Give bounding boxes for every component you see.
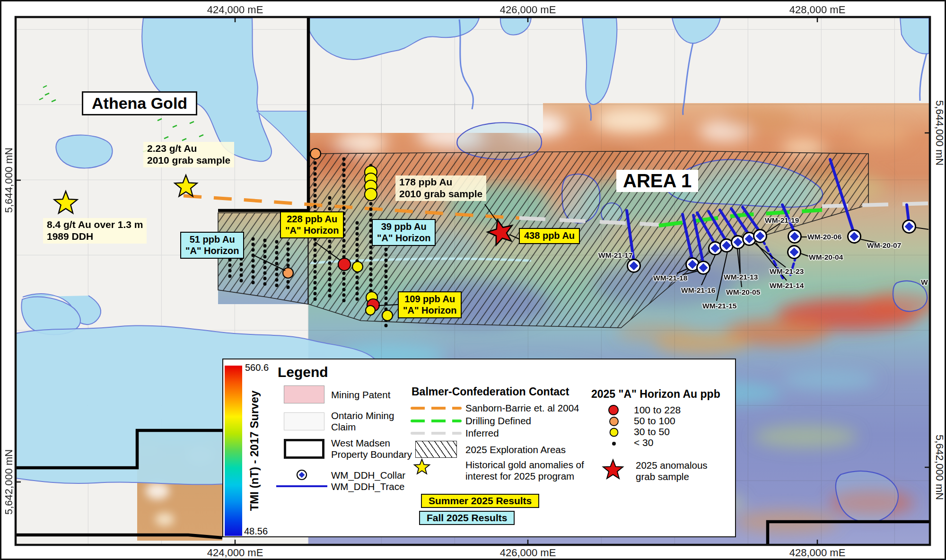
horizon-row-100-228: 100 to 228 <box>634 404 681 416</box>
horizon-dot-yellow <box>608 427 620 438</box>
northing-left-5642000: 5,642,000 mN <box>3 449 15 515</box>
tmi-min: 48.56 <box>244 526 268 537</box>
callout-grab-2010-178: 178 ppb Au2010 grab sample <box>395 175 486 201</box>
tmi-colorbar <box>225 366 242 536</box>
trace-symbol <box>276 485 327 487</box>
drillhole-label-wm-20-07: WM-20-07 <box>867 241 901 250</box>
exploration-area-label: 2025 Exploration Areas <box>465 444 566 455</box>
drilling-label: Drilling Defined <box>465 415 531 427</box>
legend-panel: 560.6 48.56 TMI (nT) - 2017 Survey Legen… <box>222 359 736 537</box>
mining-patent-label: Mining Patent <box>331 389 390 401</box>
drillhole-label-wm-20-06: WM-20-06 <box>807 233 841 241</box>
northing-right-5642000: 5,642,000 mN <box>933 435 946 500</box>
property-boundary-swatch <box>284 439 324 459</box>
northing-right-5644000: 5,644,000 mN <box>933 100 946 166</box>
anomalous-star-label: 2025 anomalousgrab sample <box>636 460 708 482</box>
horizon-header: 2025 "A" Horizon Au ppb <box>591 388 720 401</box>
inferred-label: Inferred <box>465 428 499 439</box>
property-boundary-label: West MadsenProperty Boundary <box>331 438 412 460</box>
ontario-claim-label: Ontario MiningClaim <box>331 410 394 432</box>
drillhole-label-wm-21-14: WM-21-14 <box>770 281 804 290</box>
callout-51ppb: 51 ppb Au"A" Horizon <box>180 232 244 259</box>
drillhole-label-wm-21-15: WM-21-15 <box>702 302 736 310</box>
easting-bottom-426: 426,000 mE <box>500 547 556 559</box>
sanborn-label: Sanborn-Barrie et. al 2004 <box>465 402 579 414</box>
callout-39ppb: 39 ppb Au"A" Horizon <box>372 219 436 246</box>
drillhole-label-wm-20-04: WM-20-04 <box>809 253 843 262</box>
easting-bottom-424: 424,000 mE <box>207 547 263 559</box>
ontario-claim-swatch <box>284 412 324 430</box>
horizon-row-50-100: 50 to 100 <box>634 415 675 427</box>
drillhole-label-wm-21-13: WM-21-13 <box>724 273 758 281</box>
easting-top-428: 428,000 mE <box>789 4 846 16</box>
mining-patent-swatch <box>284 385 324 403</box>
exploration-area-swatch <box>415 441 457 458</box>
tmi-max: 560.6 <box>245 362 269 373</box>
horizon-dot-red <box>608 404 619 416</box>
easting-top-426: 426,000 mE <box>500 4 556 16</box>
drillhole-label-wm-21-19: WM-21-19 <box>765 216 799 225</box>
easting-bottom-428: 428,000 mE <box>789 547 846 559</box>
drillhole-label-wm-21-18: WM-21-18 <box>653 274 687 282</box>
callout-228ppb: 228 ppb Au"A" Horizon <box>280 211 344 238</box>
horizon-dot-small <box>608 438 620 449</box>
drillhole-label-wm-21-23: WM-21-23 <box>770 267 804 276</box>
drillhole-label-wm-21-16: WM-21-16 <box>681 286 715 295</box>
contact-header: Balmer-Confederation Contact <box>412 385 569 398</box>
collar-symbol <box>295 468 308 481</box>
drillhole-label-wm-21-17: WM-21-17 <box>598 251 632 260</box>
historical-star-symbol <box>412 457 432 478</box>
property-title: Athena Gold <box>82 91 197 115</box>
drillhole-label-partial: W <box>921 278 928 287</box>
callout-ddh-1989: 8.4 g/t Au over 1.3 m1989 DDH <box>43 218 147 244</box>
map-figure: 424,000 mE 426,000 mE 428,000 mE 424,000… <box>0 0 946 560</box>
callout-109ppb: 109 ppb Au"A" Horizon <box>398 291 462 318</box>
easting-top-424: 424,000 mE <box>207 4 263 16</box>
legend-title: Legend <box>278 364 328 380</box>
collar-label: WM_DDH_Collar <box>331 470 405 481</box>
drillhole-label-wm-20-05: WM-20-05 <box>726 288 760 297</box>
historical-star-label: Historical gold anomalies ofinterest for… <box>465 459 584 481</box>
area1-label: AREA 1 <box>616 170 698 192</box>
northing-left-5644000: 5,644,000 mN <box>3 148 15 213</box>
drilling-dash-symbol <box>411 420 462 422</box>
callout-438ppb: 438 ppb Au <box>519 228 580 244</box>
trace-label: WM_DDH_Trace <box>331 481 404 492</box>
sanborn-dash-symbol <box>411 407 462 410</box>
anomalous-star-symbol <box>600 457 626 483</box>
inferred-dash-symbol <box>411 432 462 435</box>
horizon-row-lt30: < 30 <box>634 437 653 448</box>
summer-results-badge: Summer 2025 Results <box>421 494 539 508</box>
tmi-axis-label: TMI (nT) - 2017 Survey <box>248 391 261 511</box>
fall-results-badge: Fall 2025 Results <box>419 511 515 525</box>
callout-grab-2010-223: 2.23 g/t Au2010 grab sample <box>143 142 234 167</box>
horizon-dot-orange <box>608 416 620 427</box>
horizon-row-30-50: 30 to 50 <box>634 426 670 438</box>
